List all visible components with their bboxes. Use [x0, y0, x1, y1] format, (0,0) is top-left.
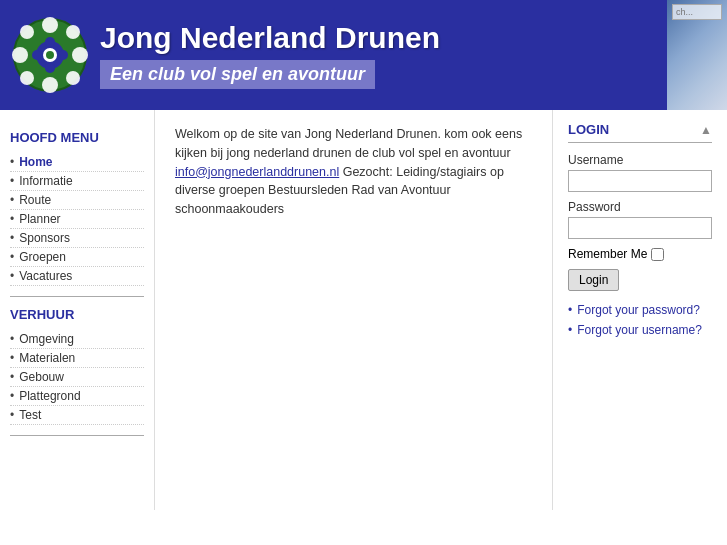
verhuur-menu-list: Omgeving Materialen Gebouw Plattegrond T…: [10, 330, 144, 425]
sidebar-item-informatie[interactable]: Informatie: [10, 172, 144, 191]
sidebar-link-route[interactable]: Route: [19, 193, 51, 207]
page-layout: HOOFD MENU Home Informatie Route Planner…: [0, 110, 727, 510]
sidebar-item-planner[interactable]: Planner: [10, 210, 144, 229]
svg-point-6: [66, 25, 80, 39]
site-logo: [10, 15, 90, 95]
sidebar-item-plattegrond[interactable]: Plattegrond: [10, 387, 144, 406]
username-input[interactable]: [568, 170, 712, 192]
sidebar-link-groepen[interactable]: Groepen: [19, 250, 66, 264]
header-right-area: [667, 0, 727, 110]
login-panel: LOGIN ▲ Username Password Remember Me Lo…: [552, 110, 727, 510]
sidebar-item-omgeving[interactable]: Omgeving: [10, 330, 144, 349]
sidebar-item-materialen[interactable]: Materialen: [10, 349, 144, 368]
login-divider: [568, 142, 712, 143]
sidebar-link-vacatures[interactable]: Vacatures: [19, 269, 72, 283]
svg-point-12: [32, 50, 42, 60]
sidebar-item-sponsors[interactable]: Sponsors: [10, 229, 144, 248]
welcome-paragraph: Welkom op de site van Jong Nederland Dru…: [175, 125, 532, 219]
sidebar-item-test[interactable]: Test: [10, 406, 144, 425]
svg-point-3: [12, 47, 28, 63]
svg-point-4: [72, 47, 88, 63]
svg-point-10: [45, 37, 55, 47]
forgot-username-link[interactable]: Forgot your username?: [577, 323, 702, 339]
verhuur-divider: [10, 435, 144, 436]
collapse-icon[interactable]: ▲: [700, 123, 712, 137]
sidebar-item-gebouw[interactable]: Gebouw: [10, 368, 144, 387]
welcome-text-main: Welkom op de site van Jong Nederland Dru…: [175, 127, 522, 160]
sidebar: HOOFD MENU Home Informatie Route Planner…: [0, 110, 155, 510]
site-subtitle: Een club vol spel en avontuur: [100, 60, 375, 89]
sidebar-link-home[interactable]: Home: [19, 155, 52, 169]
remember-me-row: Remember Me: [568, 247, 712, 261]
svg-point-13: [58, 50, 68, 60]
svg-point-11: [45, 63, 55, 73]
search-input[interactable]: [672, 4, 722, 20]
site-title: Jong Nederland Drunen: [100, 21, 717, 54]
login-title: LOGIN ▲: [568, 122, 712, 137]
verhuur-menu-title: VERHUUR: [10, 307, 144, 322]
svg-point-2: [42, 77, 58, 93]
sidebar-link-materialen[interactable]: Materialen: [19, 351, 75, 365]
login-title-text: LOGIN: [568, 122, 609, 137]
sidebar-link-omgeving[interactable]: Omgeving: [19, 332, 74, 346]
main-menu-list: Home Informatie Route Planner Sponsors G…: [10, 153, 144, 286]
login-links-list: Forgot your password? Forgot your userna…: [568, 303, 712, 338]
sidebar-link-plattegrond[interactable]: Plattegrond: [19, 389, 80, 403]
site-header: Jong Nederland Drunen Een club vol spel …: [0, 0, 727, 110]
svg-point-7: [20, 71, 34, 85]
header-text: Jong Nederland Drunen Een club vol spel …: [100, 21, 717, 89]
password-input[interactable]: [568, 217, 712, 239]
svg-point-1: [42, 17, 58, 33]
sidebar-link-gebouw[interactable]: Gebouw: [19, 370, 64, 384]
forgot-password-item: Forgot your password?: [568, 303, 712, 319]
sidebar-item-groepen[interactable]: Groepen: [10, 248, 144, 267]
remember-me-checkbox[interactable]: [651, 248, 664, 261]
svg-point-15: [46, 51, 54, 59]
sidebar-item-home[interactable]: Home: [10, 153, 144, 172]
email-link[interactable]: info@jongnederlanddrunen.nl: [175, 165, 339, 179]
main-menu-title: HOOFD MENU: [10, 130, 144, 145]
main-content: Welkom op de site van Jong Nederland Dru…: [155, 110, 552, 510]
sidebar-link-informatie[interactable]: Informatie: [19, 174, 72, 188]
sidebar-link-test[interactable]: Test: [19, 408, 41, 422]
sidebar-link-planner[interactable]: Planner: [19, 212, 60, 226]
remember-me-label: Remember Me: [568, 247, 647, 261]
password-label: Password: [568, 200, 712, 214]
svg-point-5: [20, 25, 34, 39]
sidebar-item-route[interactable]: Route: [10, 191, 144, 210]
login-button[interactable]: Login: [568, 269, 619, 291]
username-label: Username: [568, 153, 712, 167]
logo-container: [10, 15, 90, 95]
svg-point-8: [66, 71, 80, 85]
forgot-password-link[interactable]: Forgot your password?: [577, 303, 700, 319]
forgot-username-item: Forgot your username?: [568, 323, 712, 339]
sidebar-item-vacatures[interactable]: Vacatures: [10, 267, 144, 286]
menu-divider: [10, 296, 144, 297]
sidebar-link-sponsors[interactable]: Sponsors: [19, 231, 70, 245]
